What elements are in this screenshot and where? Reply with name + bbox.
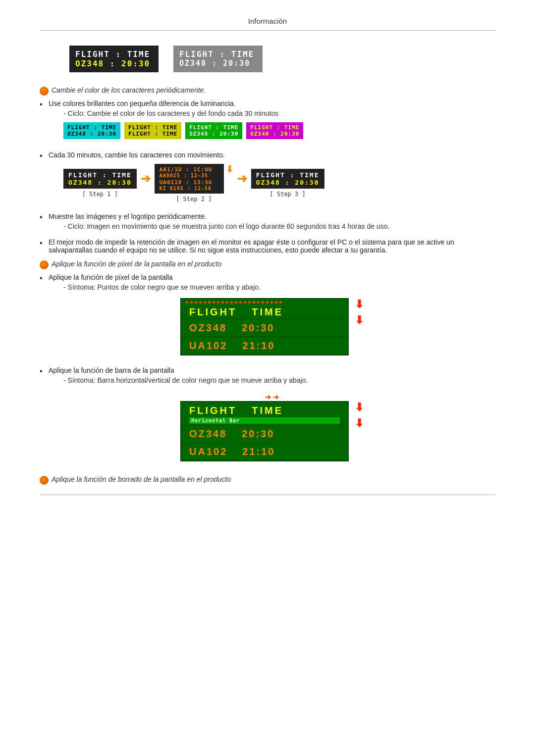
dot-16 [253,301,255,303]
cycle-4-label: FLIGHT : TIME [250,124,299,131]
orange-bullet-2: Aplique la función de píxel de la pantal… [40,260,495,269]
bullet-dot-3: • [40,213,49,222]
cycle-display-2: FLIGHT : TIME FLIGHT : TIME [124,122,181,139]
top-displays: FLIGHT : TIME OZ348 : 20:30 FLIGHT : TIM… [69,46,495,72]
display-box-right: FLIGHT : TIME OZ348 : 20:30 [173,46,263,72]
lfd-header-row: FLIGHT TIME [181,303,348,319]
sub-bar-text: - Síntoma: Barra horizontal/vertical de … [63,376,308,384]
bullet-1-text: Use colores brillantes con pequeña difer… [49,100,235,107]
dot-19 [266,301,268,303]
display-right-value: OZ348 : 20:30 [179,59,250,68]
bullet-3-text: Muestre las imágenes y el logotipo perió… [49,212,207,220]
step3-value: OZ348 : 20:30 [256,179,320,186]
dot-3 [195,301,197,303]
dot-6 [208,301,211,303]
step2-label-scrambled: AA1/1U : 1C:UU [160,166,213,173]
display-box-left: FLIGHT : TIME OZ348 : 20:30 [69,46,159,72]
dot-4 [199,301,202,303]
right-arrow-1-icon: ⬇ [355,298,364,311]
lfd-data-row-1: OZ348 20:30 [181,319,348,337]
dot-18 [262,301,264,303]
sub-cycle-2-text: - Ciclo: Imagen en movimiento que se mue… [63,222,389,230]
bullet-dot-6: • [40,367,49,376]
step3-label: FLIGHT : TIME [256,171,320,179]
cycle-display-3: FLIGHT : TIME OZ348 : 20:30 [185,122,242,139]
dot-13 [239,301,242,303]
step2-label2-scrambled: AA0025 : 12-35 [160,173,208,178]
bullet-6: • Aplique la función de barra de la pant… [40,366,495,468]
step1-label-text: [ Step 1 ] [82,191,118,198]
hbar-data-row-1: OZ348 20:30 [181,425,348,443]
step-2-display: AA1/1U : 1C:UU AA0025 : 12-35 UA0110 : 1… [155,164,224,194]
arrow-1-icon: ➔ [141,172,151,195]
bullet-5-text: Aplique la función de píxel de la pantal… [49,273,173,281]
large-display-wrapper: FLIGHT TIME OZ348 20:30 UA102 21:10 [49,298,495,355]
dot-1 [186,301,188,303]
cycle-3-value: OZ348 : 20:30 [189,131,238,137]
hbar-right-arrow-1-icon: ⬇ [355,401,364,414]
hbar-display: FLIGHT TIME Horizontal Bar OZ348 20:30 [180,401,349,461]
dot-10 [226,301,228,303]
bullet-2-text: Cada 30 minutos, cambie los caracteres c… [49,151,225,159]
cycle-3-label: FLIGHT : TIME [189,124,238,131]
hbar-header2: TIME [252,405,283,416]
cycle-4-value: OZ348 : 20:30 [250,131,299,137]
hbar-data-row-2: UA102 21:10 [181,443,348,460]
bullet-4: • El mejor modo de impedir la retención … [40,238,495,254]
sub-cycle-text: - Ciclo: Cambie el color de los caracter… [63,109,278,117]
cycle-2-value: FLIGHT : TIME [128,131,177,137]
hbar-row2-label: UA102 [189,446,227,457]
step-3-display: FLIGHT : TIME OZ348 : 20:30 [251,169,324,189]
hbar-header1: FLIGHT [189,405,237,416]
lfd-row1-label: OZ348 [189,322,227,334]
dot-8 [217,301,219,303]
dot-14 [244,301,246,303]
lfd-row2-label: UA102 [189,340,227,352]
hbar-row1-label: OZ348 [189,428,227,440]
step2-label-text: [ Step 2 ] [176,196,212,202]
orange-circle-2-icon [40,260,49,269]
hbar-display-wrapper: ➔ ➔ FLIGHT TIME Horizontal Bar [49,391,495,461]
hbar-bar-label: Horizontal Bar [189,417,340,424]
bullet-dot-1: • [40,100,49,109]
sub-pixel: - Síntoma: Puntos de color negro que se … [63,283,495,291]
bullet-3: • Muestre las imágenes y el logotipo per… [40,212,495,234]
bullet-5: • Aplique la función de píxel de la pant… [40,273,495,362]
hbar-header-row: FLIGHT TIME [181,402,348,417]
arrow-2-icon: ➔ [237,172,247,195]
bullet-dot-4: • [40,239,49,248]
hbar-arrow-2-icon: ➔ [273,393,279,401]
hbar-arrows-top: ➔ ➔ [265,393,279,401]
dot-22 [279,301,282,303]
dot-20 [270,301,273,303]
lfd-row2-value: 21:10 [242,340,275,352]
dot-21 [275,301,277,303]
step1-label: FLIGHT : TIME [68,171,132,179]
step1-value: OZ348 : 20:30 [68,179,132,186]
arrow-down-icon: ⬇ [226,164,233,175]
orange-bullet-1: Cambie el color de los caracteres periód… [40,86,495,96]
orange-bullet-3: Aplique la función de borrado de la pant… [40,475,495,485]
hbar-row1-value: 20:30 [242,428,274,440]
lfd-data-row-2: UA102 21:10 [181,337,348,354]
orange-circle-3-icon [40,476,49,485]
step-3-box: FLIGHT : TIME OZ348 : 20:30 [ Step 3 ] [251,169,324,198]
page-wrapper: Información FLIGHT : TIME OZ348 : 20:30 … [0,0,535,525]
step2-value1-scrambled: UA0110 : 13:3U [160,179,213,186]
cycle-2-label: FLIGHT : TIME [128,124,177,131]
step2-value2-scrambled: KI 0195 : 11-5A [160,186,212,191]
lfd-header2: TIME [252,306,283,318]
orange-circle-icon [40,87,49,96]
sub-cycle-2: - Ciclo: Imagen en movimiento que se mue… [63,222,495,230]
bullet-dot-5: • [40,274,49,283]
lfd-row1-value: 20:30 [242,322,274,334]
hbar-arrow-1-icon: ➔ [265,393,271,401]
bullet-4-text: El mejor modo de impedir la retención de… [49,238,454,254]
dot-12 [235,301,237,303]
orange-bullet-2-text: Aplique la función de píxel de la pantal… [52,260,221,268]
cycle-display-1: FLIGHT : TIME OZ348 : 20:30 [63,122,120,139]
cycle-1-value: OZ348 : 20:30 [67,131,116,137]
cycle-1-label: FLIGHT : TIME [67,124,116,131]
dot-17 [257,301,260,303]
right-arrow-2-icon: ⬇ [355,314,364,327]
